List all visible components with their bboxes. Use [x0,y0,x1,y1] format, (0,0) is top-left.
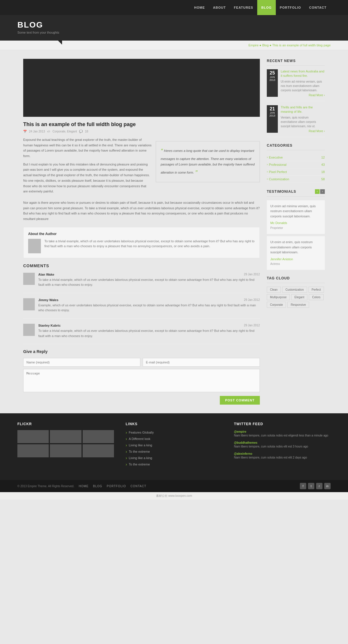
flickr-thumb-6 [83,444,114,457]
footer-link-6[interactable]: To the extreme [126,462,222,467]
footer-flickr: FLICKR [17,422,114,468]
post-image [23,59,260,117]
footer-link-3[interactable]: Living like a king [126,443,222,447]
message-input[interactable] [23,369,260,392]
footer-social: f t r in [300,483,331,489]
footer-twitter: TWITTER FEED @empire Nam libero tempore,… [234,422,331,468]
comment-header-2: Jimmy Wales 29 Jan 2012 [38,298,260,302]
testimonials-title: TESTIMONIALS [267,190,296,194]
comment-author-2: Jimmy Wales [38,298,58,302]
comment-3: Stanley Kubric 29 Jan 2012 To take a tri… [23,324,260,344]
testimonial-1: Ut enim ad minima veniam, quis nostrum e… [267,200,325,234]
testimonials-nav: ‹ › [315,189,325,194]
tag-cloud-section: TAG CLOUD Clean Customization Perfect Mu… [267,276,325,308]
author-avatar [28,239,41,253]
recent-news-title: RECENT NEWS [267,59,325,66]
tag-clean[interactable]: Clean [267,287,281,293]
flickr-grid [17,430,114,457]
flickr-thumb-4 [17,444,49,457]
reply-form: Give a Reply POST COMMENT [23,349,260,405]
post-body-p3: Nor again is there anyone who loves or p… [23,200,260,222]
calendar-icon: 📅 [23,130,27,133]
footer-link-5[interactable]: Living like a king [126,456,222,460]
social-twitter[interactable]: t [308,483,314,489]
footer-link-1[interactable]: Features Globally [126,430,222,435]
form-row-1 [23,358,260,367]
flickr-thumb-1 [17,430,49,443]
nav-blog[interactable]: BLOG [257,0,276,15]
comment-avatar-3 [23,324,35,336]
news-content-1: Latest news from Australia and it suffer… [281,69,325,97]
nav-portfolio[interactable]: PORTFOLIO [276,0,305,15]
category-2: › Professional 43 [267,161,325,168]
comment-content-1: Alan Wake 29 Jan 2012 To take a trivial … [38,273,260,288]
post-body-p2: But I must explain to you how all this m… [23,162,152,194]
comment-avatar-1 [23,273,35,285]
nav-about[interactable]: ABOUT [209,0,230,15]
author-row: To take a trivial example, which of us e… [28,239,255,253]
footer-bottom-text: © 2013 Empire Theme. All Rights Reserved… [17,484,146,488]
post-tags: Corporate, Elegant [52,130,77,133]
watermark: 素材公社 www.tooopen.com [0,492,348,500]
social-linkedin[interactable]: in [324,483,331,489]
navigation: HOME ABOUT FEATURES BLOG PORTFOLIO CONTA… [0,0,348,15]
post-blockquote: Heres comes a long quote that can be use… [156,141,260,182]
blog-subtitle: Some text from your thoughts [17,31,331,34]
header-arrow [58,41,62,45]
tag-responsive[interactable]: Responsive [287,302,309,308]
tag-elegant[interactable]: Elegant [291,294,307,300]
social-rss[interactable]: r [316,483,322,489]
footer-link-4[interactable]: To the extreme [126,449,222,454]
cat-arrow-4: › [267,177,268,181]
read-more-2[interactable]: Read More › [281,130,325,133]
footer-bottom-home[interactable]: HOME [79,485,89,488]
footer-link-2[interactable]: A Different look [126,436,222,441]
categories-section: CATEGORIES › Executive 12 › Professional… [267,143,325,183]
comment-header-3: Stanley Kubric 29 Jan 2012 [38,324,260,327]
news-date-2: 21 JAN 2013 [267,105,278,133]
category-4: › Customization 58 [267,176,325,183]
tag-cloud: Clean Customization Perfect Multipurpose… [267,287,325,308]
nav-contact[interactable]: CONTACT [305,0,331,15]
cat-arrow-2: › [267,163,268,166]
comment-text-1: To take a trivial example, which of us e… [38,277,260,288]
tag-multipurpose[interactable]: Multipurpose [267,294,290,300]
comment-author-3: Stanley Kubric [38,324,61,327]
about-author: About the Author To take a trivial examp… [23,227,260,258]
comment-avatar-2 [23,298,35,310]
tweet-1: @empire Nam libero tempore, cum soluta n… [234,430,331,438]
post-body-p1: Expound the actual teachings of the grea… [23,137,152,159]
blog-header: BLOG Some text from your thoughts [0,15,348,41]
tag-corporate[interactable]: Corporate [267,302,286,308]
testimonials-next[interactable]: › [320,189,325,194]
twitter-title: TWITTER FEED [234,422,331,426]
comment-date-3: 29 Jan 2012 [244,324,260,327]
nav-features[interactable]: FEATURES [230,0,257,15]
post-comments-count: 18 [85,130,88,133]
tag-colors[interactable]: Colors [309,294,324,300]
post-meta: 📅 24 Jan 2013 🏷 Corporate, Elegant 💬 18 [23,130,260,133]
tag-customization[interactable]: Customization [282,287,307,293]
read-more-1[interactable]: Read More › [281,94,325,97]
sidebar: RECENT NEWS 25 JAN 2013 Latest news from… [267,59,325,405]
footer-bottom-portfolio[interactable]: PORTFOLIO [107,485,126,488]
testimonials-prev[interactable]: ‹ [315,189,320,194]
footer-bottom-blog[interactable]: BLOG [93,485,102,488]
flickr-thumb-3 [83,430,114,443]
comments-title: COMMENTS [23,263,260,268]
news-date-1: 25 JAN 2013 [267,69,278,97]
submit-button[interactable]: POST COMMENT [220,396,260,405]
name-input[interactable] [23,358,140,367]
comments-section: COMMENTS Alan Wake 29 Jan 2012 To take a… [23,263,260,344]
post-body: Expound the actual teachings of the grea… [23,137,260,222]
comment-date-1: 29 Jan 2012 [244,273,260,276]
footer-bottom-contact[interactable]: CONTACT [130,485,146,488]
tweet-2: @buddhathemes Nam libero tempore, cum so… [234,441,331,449]
nav-home[interactable]: HOME [190,0,209,15]
testimonials-section: TESTIMONIALS ‹ › Ut enim ad minima venia… [267,189,325,270]
category-3: › Pixel Perfect 18 [267,168,325,176]
tag-cloud-title: TAG CLOUD [267,276,325,283]
email-input[interactable] [143,358,260,367]
social-facebook[interactable]: f [300,483,306,489]
tag-perfect[interactable]: Perfect [309,287,324,293]
